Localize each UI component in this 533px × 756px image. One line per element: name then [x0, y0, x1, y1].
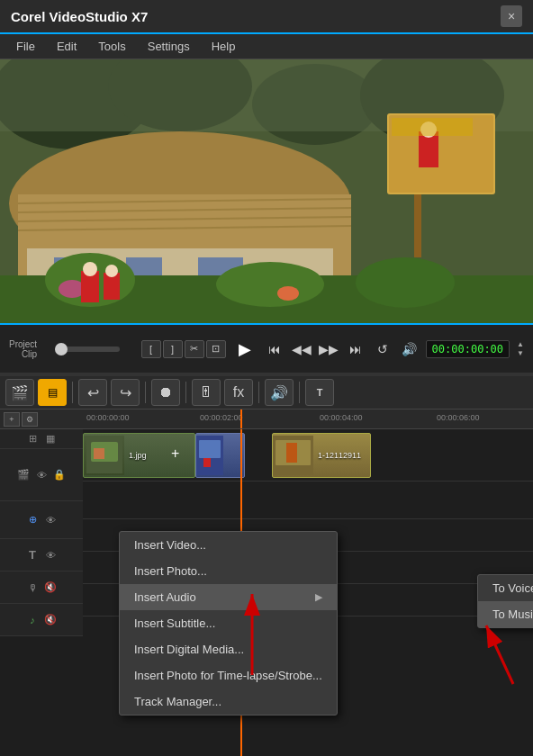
- clip-1-label: 1.jpg: [126, 449, 149, 462]
- overlay-icon: ⊕: [24, 512, 41, 528]
- step-forward-button[interactable]: ▶▶: [318, 338, 339, 360]
- add-track-btn[interactable]: +: [4, 412, 20, 427]
- trim-out-btn[interactable]: ]: [163, 340, 183, 358]
- fx-btn[interactable]: fx: [224, 379, 253, 406]
- undo-button[interactable]: ↩: [78, 379, 107, 406]
- context-menu: Insert Video... Insert Photo... Insert A…: [119, 531, 338, 716]
- trim-buttons: [ ] ✂ ⊡: [141, 340, 226, 358]
- ctx-insert-digital[interactable]: Insert Digital Media...: [120, 636, 337, 662]
- clip-label: Clip: [22, 349, 37, 359]
- progress-knob[interactable]: [55, 343, 68, 356]
- music-track-label: ♪ 🔇: [0, 604, 83, 636]
- video-mute-icon[interactable]: 👁: [33, 467, 50, 483]
- track-settings-btn[interactable]: ⚙: [22, 412, 38, 427]
- voice-track-icon: 🎙: [24, 580, 41, 596]
- menu-file[interactable]: File: [7, 37, 44, 56]
- preview-image: [0, 59, 533, 323]
- trim-in-btn[interactable]: [: [141, 340, 161, 358]
- redo-button[interactable]: ↪: [111, 379, 140, 406]
- toolbar-separator-3: [185, 382, 186, 403]
- track-nav-icons: ⊞ ▦: [23, 428, 60, 451]
- svg-point-26: [105, 265, 118, 277]
- menu-settings[interactable]: Settings: [139, 37, 199, 56]
- track-grid-icon[interactable]: ▦: [42, 431, 59, 447]
- ctx-insert-subtitle[interactable]: Insert Subtitle...: [120, 610, 337, 636]
- playhead[interactable]: [240, 410, 242, 428]
- timeline-toolbar: 🎬 ▤ ↩ ↪ ⏺ 🎚 fx 🔊 T: [0, 374, 533, 410]
- svg-point-19: [216, 262, 324, 307]
- clip-2-thumb-img: [196, 436, 223, 475]
- preview-svg: [0, 59, 533, 323]
- title-mute-icon[interactable]: 👁: [42, 547, 59, 563]
- trim-split-btn[interactable]: ⊡: [206, 340, 226, 358]
- preview-area: [0, 59, 533, 325]
- volume-button[interactable]: 🔊: [399, 338, 420, 360]
- clip-add-icon: +: [171, 446, 179, 462]
- step-back-button[interactable]: ◀◀: [291, 338, 312, 360]
- project-clip-labels: Project Clip: [9, 339, 37, 359]
- overlay-mute-icon[interactable]: 👁: [42, 512, 59, 528]
- ruler-mark-1: 00:00:02:00: [200, 413, 243, 422]
- ruler-mark-0: 00:00:00:00: [86, 413, 130, 422]
- ctx-insert-photo[interactable]: Insert Photo...: [120, 558, 337, 584]
- overlay-track-row: [83, 482, 533, 519]
- ruler-mark-3: 00:00:06:00: [437, 413, 480, 422]
- clip-2-thumbnail: [196, 436, 223, 475]
- title-track-label: T 👁: [0, 539, 83, 572]
- timeline-storyboard-btn[interactable]: 🎬: [5, 379, 34, 406]
- ctx-insert-audio[interactable]: Insert Audio ▶: [120, 584, 337, 610]
- title-bar: Corel VideoStudio X7 ×: [0, 0, 533, 34]
- music-mute-icon[interactable]: 🔇: [42, 612, 59, 628]
- track-labels-list: ⊞ ▦ 🎬 👁 🔒 ⊕ 👁: [0, 429, 83, 756]
- voice-track-icons: 🎙 🔇: [23, 576, 60, 599]
- submenu-voice-track[interactable]: To Voice Track...: [478, 575, 533, 601]
- go-end-button[interactable]: ⏭: [345, 338, 366, 360]
- play-button[interactable]: ▶: [231, 336, 258, 363]
- ctx-insert-timelapse[interactable]: Insert Photo for Time-lapse/Strobe...: [120, 662, 337, 688]
- ctx-insert-video[interactable]: Insert Video...: [120, 532, 337, 558]
- progress-bar[interactable]: [55, 346, 119, 352]
- timecode-spinners[interactable]: ▲ ▼: [517, 340, 524, 358]
- svg-rect-35: [94, 448, 104, 459]
- project-label: Project: [9, 339, 37, 349]
- record-btn[interactable]: ⏺: [151, 379, 180, 406]
- ruler-mark-2: 00:00:04:00: [320, 413, 363, 422]
- clip-3-label: 1-12112911: [315, 449, 364, 462]
- app-title: Corel VideoStudio X7: [11, 9, 148, 24]
- ctx-track-manager[interactable]: Track Manager...: [120, 688, 337, 715]
- submenu-music-track[interactable]: To Music Track #1...: [478, 601, 533, 627]
- audio-submenu: To Voice Track... To Music Track #1...: [477, 574, 533, 628]
- video-track-icons: 🎬 👁 🔒: [14, 464, 69, 487]
- clip-3-thumb-img: [273, 436, 313, 475]
- svg-rect-37: [199, 440, 221, 458]
- mixer-btn[interactable]: 🎚: [192, 379, 221, 406]
- menu-edit[interactable]: Edit: [48, 37, 86, 56]
- menu-tools[interactable]: Tools: [89, 37, 134, 56]
- menu-bar: File Edit Tools Settings Help: [0, 34, 533, 59]
- trim-cut-btn[interactable]: ✂: [185, 340, 204, 358]
- voice-mute-icon[interactable]: 🔇: [42, 580, 59, 596]
- go-start-button[interactable]: ⏮: [264, 338, 285, 360]
- video-clip-2[interactable]: [195, 433, 245, 478]
- repeat-button[interactable]: ↺: [372, 338, 393, 360]
- video-lock-icon[interactable]: 🔒: [51, 467, 68, 483]
- menu-help[interactable]: Help: [203, 37, 245, 56]
- overlay-track-label: ⊕ 👁: [0, 501, 83, 539]
- video-track-row: 1.jpg: [83, 429, 533, 482]
- timeline-timeline-btn[interactable]: ▤: [38, 379, 67, 406]
- track-list-icon[interactable]: ⊞: [24, 431, 41, 447]
- track-nav-item: ⊞ ▦: [0, 429, 83, 449]
- music-track-icon: ♪: [24, 612, 41, 628]
- voice-track-label: 🎙 🔇: [0, 572, 83, 604]
- toolbar-separator-2: [145, 382, 146, 403]
- zoom-out-btn[interactable]: 🔊: [265, 379, 294, 406]
- music-track-icons: ♪ 🔇: [23, 608, 60, 632]
- video-clip-3[interactable]: 1-12112911: [272, 433, 371, 478]
- title-btn[interactable]: T: [305, 379, 334, 406]
- svg-rect-41: [286, 443, 297, 463]
- ctx-insert-audio-arrow: ▶: [315, 591, 322, 603]
- video-track-icon: 🎬: [15, 467, 32, 483]
- left-panel: + ⚙ ⊞ ▦ 🎬 👁 🔒: [0, 410, 83, 756]
- close-button[interactable]: ×: [501, 5, 522, 27]
- svg-rect-32: [392, 118, 473, 136]
